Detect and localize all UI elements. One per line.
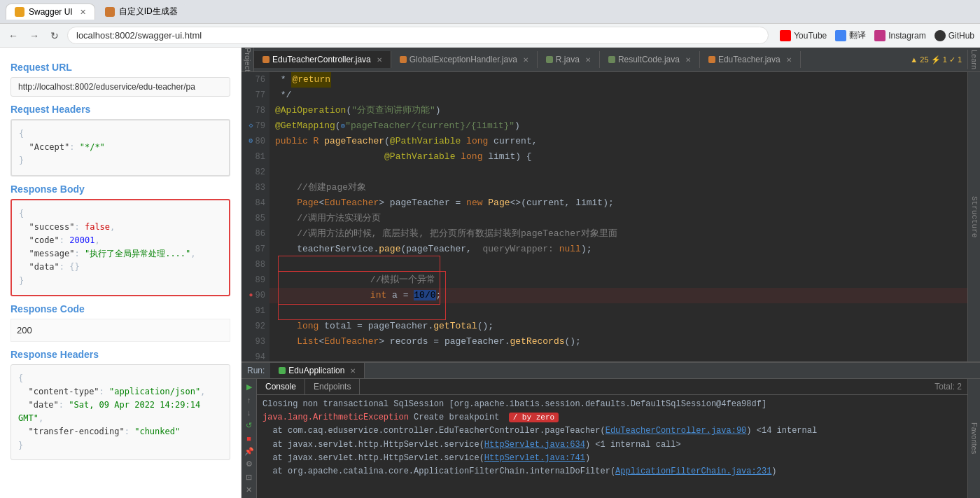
run-line-4: at javax.servlet.http.HttpServlet.servic… — [262, 438, 962, 452]
gutter-84: 84 — [246, 195, 265, 211]
request-url-value: http://localhost:8002/eduservice/edu-tea… — [10, 77, 230, 97]
run-app-close[interactable]: ✕ — [350, 367, 356, 375]
tab-result-code[interactable]: ResultCode.java ✕ — [600, 51, 700, 68]
run-restart-button[interactable]: ↺ — [244, 420, 255, 430]
run-down-button[interactable]: ↓ — [244, 408, 255, 417]
project-sidebar[interactable]: Project — [241, 48, 254, 71]
response-headers-value: { "content-type": "application/json", "d… — [10, 364, 230, 460]
response-code-value: 200 — [10, 319, 230, 342]
main-content: Request URL http://localhost:8002/eduser… — [0, 48, 980, 498]
run-line-5: at javax.servlet.http.HttpServlet.servic… — [262, 452, 962, 465]
tab-bar: Swagger UI ✕ 自定义ID生成器 — [6, 3, 186, 20]
gutter-87: 87 — [246, 242, 265, 257]
line-90: int a = 10/0; — [270, 288, 967, 303]
run-up-button[interactable]: ↑ — [244, 394, 255, 404]
tab-result-code-close[interactable]: ✕ — [685, 56, 691, 64]
console-tab[interactable]: Console — [257, 379, 305, 394]
tab-edu-teacher-label: EduTeacherController.java — [272, 55, 371, 64]
favorites-label: Favorites — [970, 422, 979, 454]
run-close-button[interactable]: ✕ — [244, 485, 255, 495]
gutter-79: ◇79 — [246, 118, 265, 134]
link-app-filter-chain[interactable]: ApplicationFilterChain.java:231 — [615, 466, 771, 476]
tab-edu-teacher-close[interactable]: ✕ — [377, 56, 382, 64]
code-content: * @return */ @ApiOperation("分页查询讲师功能") @… — [270, 72, 967, 361]
youtube-icon — [780, 30, 791, 41]
gutter-76: 76 — [246, 72, 265, 88]
total-count: Total: 2 — [929, 379, 967, 394]
favorites-panel[interactable]: Favorites — [967, 379, 980, 498]
response-body-title: Response Body — [10, 184, 230, 195]
line-77: */ — [270, 88, 967, 103]
gutter-94: 94 — [246, 350, 265, 361]
run-line-1: Closing non transactional SqlSession [or… — [262, 398, 962, 411]
gutter-93: 93 — [246, 334, 265, 350]
tab-edu-teacher[interactable]: EduTeacher.java ✕ — [700, 51, 801, 68]
bookmark-youtube[interactable]: YouTube — [780, 30, 827, 41]
link-http-servlet-741[interactable]: HttpServlet.java:741 — [484, 453, 585, 463]
java-icon-4 — [608, 56, 615, 63]
tab-swagger[interactable]: Swagger UI ✕ — [6, 4, 95, 20]
swagger-favicon — [15, 7, 24, 17]
run-layout-button[interactable]: ⊡ — [244, 472, 255, 482]
bookmarks: YouTube 翻译 Instagram GitHub — [780, 29, 974, 41]
structure-label: Structure — [968, 196, 980, 237]
java-icon-5 — [708, 56, 715, 63]
refresh-button[interactable]: ↻ — [48, 27, 62, 44]
tab-global-exception-close[interactable]: ✕ — [523, 56, 528, 64]
bookmark-github[interactable]: GitHub — [934, 30, 974, 41]
request-url-title: Request URL — [10, 62, 230, 73]
run-line-2: java.lang.ArithmeticException Create bre… — [262, 411, 962, 424]
run-toolbar: ▶ ↑ ↓ ↺ ■ 📌 ⚙ ⊡ ✕ — [241, 379, 257, 498]
run-line-3: at com.caq.eduservice.controller.EduTeac… — [262, 424, 962, 438]
response-code-title: Response Code — [10, 303, 230, 314]
line-79: @GetMapping(⊙"pageTeacher/{current}/{lim… — [270, 118, 967, 134]
gutter-78: 78 — [246, 103, 265, 118]
run-pin-button[interactable]: 📌 — [244, 446, 255, 456]
gutter-91: 91 — [246, 303, 265, 319]
tab-edu-teacher-java-close[interactable]: ✕ — [786, 56, 792, 64]
link-edu-teacher-controller[interactable]: EduTeacherController.java:90 — [606, 426, 747, 436]
address-bar[interactable] — [67, 27, 769, 44]
gutter-81: 81 — [246, 149, 265, 165]
gutter-86: 86 — [246, 226, 265, 242]
java-icon-2 — [400, 56, 407, 63]
project-label: Project — [244, 48, 252, 71]
tab-swagger-close[interactable]: ✕ — [80, 8, 86, 17]
link-http-servlet-634[interactable]: HttpServlet.java:634 — [484, 440, 585, 450]
structure-panel[interactable]: Structure — [967, 72, 980, 361]
run-play-button[interactable]: ▶ — [244, 382, 255, 392]
bookmark-instagram[interactable]: Instagram — [874, 30, 925, 41]
gutter-83: 83 — [246, 180, 265, 195]
tab-ide-label: 自定义ID生成器 — [119, 6, 178, 18]
run-tab-edu-app[interactable]: EduApplication ✕ — [270, 363, 365, 378]
learn-sidebar[interactable]: Learn — [967, 50, 980, 69]
bookmark-translate[interactable]: 翻译 — [835, 29, 866, 41]
tab-edu-teacher-controller[interactable]: EduTeacherController.java ✕ — [254, 51, 391, 68]
tab-ide[interactable]: 自定义ID生成器 — [97, 3, 186, 20]
endpoints-tab[interactable]: Endpoints — [305, 379, 360, 394]
tab-r-java[interactable]: R.java ✕ — [538, 51, 600, 68]
back-button[interactable]: ← — [6, 27, 21, 44]
run-stop-button[interactable]: ■ — [244, 434, 255, 443]
run-settings-button[interactable]: ⚙ — [244, 459, 255, 469]
line-93: List<EduTeacher> records = pageTeacher.g… — [270, 334, 967, 350]
run-console-content: Closing non transactional SqlSession [or… — [257, 395, 967, 498]
console-tab-bar: Console Endpoints Total: 2 — [257, 379, 967, 395]
line-85: //调用方法实现分页 — [270, 211, 967, 226]
java-icon-3 — [546, 56, 553, 63]
bookmark-instagram-label: Instagram — [888, 31, 925, 41]
request-headers-title: Request Headers — [10, 104, 230, 115]
gutter-92: 92 — [246, 319, 265, 334]
forward-button[interactable]: → — [27, 27, 42, 44]
line-78: @ApiOperation("分页查询讲师功能") — [270, 103, 967, 118]
line-81: @PathVariable long limit) { — [270, 149, 967, 165]
tab-r-close[interactable]: ✕ — [585, 56, 591, 64]
tab-global-exception-handler[interactable]: GlobalExceptionHandler.java ✕ — [391, 51, 538, 68]
gutter-77: 77 — [246, 88, 265, 103]
line-92: long total = pageTeacher.getTotal(); — [270, 319, 967, 334]
run-app-label: EduApplication — [288, 366, 344, 375]
code-editor[interactable]: 76 77 78 ◇79 ⚙80 81 82 83 84 85 86 87 88… — [241, 72, 980, 361]
run-line-6: at org.apache.catalina.core.ApplicationF… — [262, 465, 962, 478]
line-94 — [270, 350, 967, 361]
ide-favicon — [105, 7, 115, 17]
